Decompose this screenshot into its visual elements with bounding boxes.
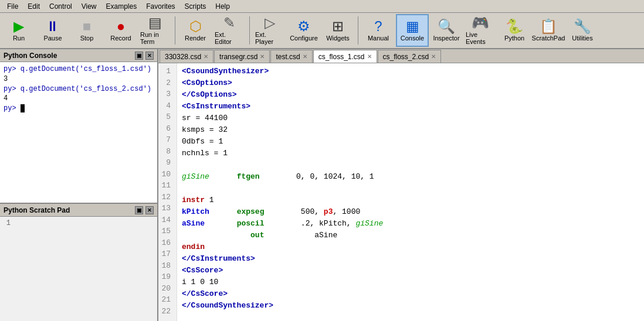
menu-favorites[interactable]: Favorites — [141, 1, 179, 12]
python-console-header: Python Console ▣ ✕ — [0, 49, 157, 62]
run-button-icon: ▶ — [13, 19, 24, 33]
code-line: 0dbfs = 1 — [182, 136, 639, 148]
console-header-icons: ▣ ✕ — [135, 52, 154, 60]
widgets-button-label: Widgets — [326, 35, 350, 42]
console-line: 4 — [4, 94, 154, 104]
line-number: 3 — [158, 88, 174, 100]
run-button[interactable]: ▶Run — [2, 14, 35, 47]
code-line: </CsOptions> — [182, 89, 639, 101]
scratchpad-button-icon: 📋 — [540, 19, 557, 33]
utilities-button-icon: 🔧 — [574, 19, 591, 33]
line-number: 19 — [158, 271, 174, 283]
menu-edit[interactable]: Edit — [23, 1, 45, 12]
line-number: 7 — [158, 134, 174, 146]
tab-test-csd[interactable]: test.csd✕ — [270, 50, 312, 63]
line-number: 1 — [158, 66, 174, 77]
code-line — [182, 159, 639, 171]
code-line: <CsoundSynthesizer> — [182, 66, 639, 77]
console-button[interactable]: ▦Console — [396, 14, 429, 47]
render-button[interactable]: ⬡Render — [179, 14, 212, 47]
run-in-term-button-label: Run in Term — [140, 31, 170, 45]
code-content[interactable]: <CsoundSynthesizer><CsOptions></CsOption… — [177, 63, 644, 321]
render-button-label: Render — [185, 35, 206, 42]
tab-label: 330328.csd — [165, 53, 201, 61]
menu-file[interactable]: File — [2, 1, 23, 12]
menubar: File Edit Control View Examples Favorite… — [0, 0, 644, 13]
live-events-button[interactable]: 🎮Live Events — [464, 14, 497, 47]
line-number: 4 — [158, 100, 174, 112]
console-output[interactable]: py> q.getDocument('cs_floss_1.csd')3py> … — [0, 62, 157, 203]
manual-button[interactable]: ?Manual — [362, 14, 395, 47]
line-number: 12 — [158, 192, 174, 203]
ext-player-button[interactable]: ▷Ext. Player — [253, 14, 286, 47]
python-console-title: Python Console — [4, 52, 57, 60]
menu-control[interactable]: Control — [45, 1, 77, 12]
menu-examples[interactable]: Examples — [101, 1, 142, 12]
ext-player-button-label: Ext. Player — [255, 31, 284, 45]
tab-330328-csd[interactable]: 330328.csd✕ — [160, 50, 213, 63]
line-number: 20 — [158, 283, 174, 295]
code-line: i 1 0 10 — [182, 276, 639, 288]
python-console: Python Console ▣ ✕ py> q.getDocument('cs… — [0, 49, 157, 204]
code-line: out aSine — [182, 230, 639, 241]
tab-close-icon[interactable]: ✕ — [260, 53, 265, 60]
code-line: <CsOptions> — [182, 77, 639, 89]
inspector-button-label: Inspector — [433, 35, 459, 42]
stop-button[interactable]: ■Stop — [70, 14, 103, 47]
toolbar-separator — [249, 16, 250, 45]
configure-button[interactable]: ⚙Configure — [287, 14, 320, 47]
toolbar: ▶Run⏸Pause■Stop●Record▤Run in Term⬡Rende… — [0, 13, 644, 49]
tab-close-icon[interactable]: ✕ — [431, 53, 436, 60]
menu-view[interactable]: View — [77, 1, 101, 12]
pause-button-label: Pause — [43, 35, 62, 42]
line-numbers: 12345678910111213141516171819202122 — [158, 63, 177, 321]
toolbar-separator — [175, 16, 175, 45]
scratch-restore-icon[interactable]: ▣ — [135, 206, 143, 214]
tab-transegr-csd[interactable]: transegr.csd✕ — [214, 50, 270, 63]
configure-button-icon: ⚙ — [297, 19, 310, 33]
scratchpad-button[interactable]: 📋ScratchPad — [532, 14, 565, 47]
scratch-content[interactable]: 1 — [0, 217, 157, 321]
tab-close-icon[interactable]: ✕ — [204, 53, 208, 60]
live-events-button-icon: 🎮 — [472, 16, 489, 30]
code-editor[interactable]: 12345678910111213141516171819202122 <Cso… — [158, 63, 644, 321]
ext-editor-button[interactable]: ✎Ext. Editor — [213, 14, 246, 47]
menu-scripts[interactable]: Scripts — [180, 1, 211, 12]
python-button-icon: 🐍 — [506, 19, 523, 33]
main-area: Python Console ▣ ✕ py> q.getDocument('cs… — [0, 49, 644, 321]
tab-cs_floss_1-csd[interactable]: cs_floss_1.csd✕ — [313, 50, 377, 63]
code-line: </CsoundSynthesizer> — [182, 300, 639, 312]
code-line: nchnls = 1 — [182, 148, 639, 159]
console-line: py> q.getDocument('cs_floss_1.csd') — [4, 64, 154, 74]
record-button[interactable]: ●Record — [104, 14, 137, 47]
code-line: sr = 44100 — [182, 112, 639, 124]
console-close-icon[interactable]: ✕ — [145, 52, 154, 60]
utilities-button[interactable]: 🔧Utilities — [566, 14, 599, 47]
menu-help[interactable]: Help — [211, 1, 235, 12]
code-line: </CsInstruments> — [182, 253, 639, 265]
python-button-label: Python — [504, 35, 524, 42]
tab-bar: 330328.csd✕transegr.csd✕test.csd✕cs_flos… — [158, 49, 644, 63]
line-number: 8 — [158, 146, 174, 158]
widgets-button[interactable]: ⊞Widgets — [321, 14, 354, 47]
render-button-icon: ⬡ — [189, 19, 202, 33]
tab-cs_floss_2-csd[interactable]: cs_floss_2.csd✕ — [378, 50, 442, 63]
tab-label: cs_floss_1.csd — [318, 53, 365, 61]
console-restore-icon[interactable]: ▣ — [135, 52, 143, 60]
line-number: 14 — [158, 214, 174, 226]
scratch-header-icons: ▣ ✕ — [135, 206, 154, 214]
pause-button[interactable]: ⏸Pause — [36, 14, 69, 47]
tab-close-icon[interactable]: ✕ — [303, 53, 307, 60]
inspector-button[interactable]: 🔍Inspector — [430, 14, 463, 47]
scratch-close-icon[interactable]: ✕ — [145, 206, 154, 214]
ext-editor-button-icon: ✎ — [223, 16, 235, 30]
tab-close-icon[interactable]: ✕ — [367, 53, 372, 60]
python-button[interactable]: 🐍Python — [498, 14, 531, 47]
run-in-term-button[interactable]: ▤Run in Term — [138, 14, 171, 47]
run-button-label: Run — [13, 35, 25, 42]
code-line: <CsScore> — [182, 265, 639, 276]
toolbar-separator — [358, 16, 358, 45]
code-line: instr 1 — [182, 194, 639, 206]
widgets-button-icon: ⊞ — [332, 19, 344, 33]
pause-button-icon: ⏸ — [46, 19, 60, 33]
